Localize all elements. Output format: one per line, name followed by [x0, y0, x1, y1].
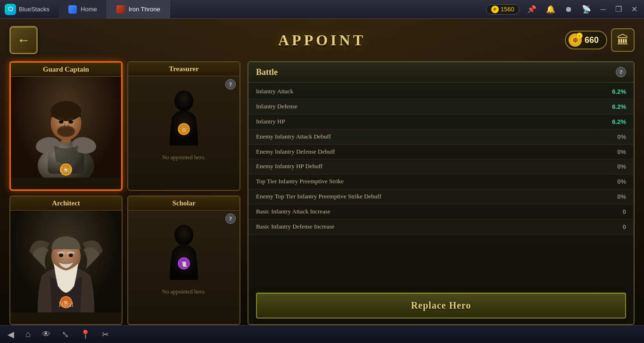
hero-grid: Guard Captain ? [9, 61, 240, 325]
back-arrow-icon: ← [17, 33, 30, 47]
page-title: APPOINT [278, 32, 366, 49]
currency-amount: 660 [585, 35, 599, 45]
points-badge: P 1560 [486, 4, 520, 15]
scholar-empty: 📜 No appointed hero. [157, 211, 210, 312]
architect-title: Architect [10, 196, 122, 211]
treasurer-empty-text: No appointed hero. [157, 149, 210, 166]
treasurer-empty: ⚖ No appointed hero. [157, 76, 210, 178]
stat-name: Top Tier Infantry Preemptive Strike [256, 178, 607, 186]
scholar-body: ? 📜 [128, 211, 239, 312]
stat-value: 0% [607, 163, 626, 170]
svg-point-24 [174, 225, 193, 245]
scholar-help[interactable]: ? [225, 213, 236, 224]
svg-text:📜: 📜 [181, 261, 187, 267]
currency-area: ⊕ 660 🏛 [565, 28, 635, 52]
haral-portrait: ⚒ [10, 211, 122, 312]
minimize-button[interactable]: ─ [599, 4, 608, 15]
main-content: Guard Captain ? [0, 61, 644, 325]
currency-badge: ⊕ 660 [565, 31, 607, 49]
taskbar-location[interactable]: 📍 [77, 327, 93, 342]
battle-title: Battle [256, 67, 278, 77]
stat-name: Basic Infantry Attack Increase [256, 208, 607, 216]
treasurer-silhouette: ⚖ [165, 89, 203, 146]
points-icon: P [491, 6, 499, 13]
haral-svg: ⚒ [10, 211, 122, 312]
table-row: Basic Infantry Defense Increase0 [248, 220, 634, 235]
close-button[interactable]: ✕ [629, 4, 639, 15]
stat-value: 0% [607, 193, 626, 200]
stat-name: Enemy Infantry Attack Debuff [256, 133, 607, 141]
carl-svg: ★ [11, 77, 121, 178]
back-button[interactable]: ← [9, 26, 38, 54]
stat-name: Enemy Top Tier Infantry Preemptive Strik… [256, 193, 607, 201]
pin-icon[interactable]: 📌 [525, 4, 538, 15]
battle-panel: Battle ? Infantry Attack6.2%Infantry Def… [248, 61, 635, 325]
table-row: Infantry HP6.2% [248, 114, 634, 130]
scholar-title: Scholar [128, 196, 239, 211]
architect-body: ? [10, 211, 122, 312]
tab-home[interactable]: Home [59, 0, 107, 19]
treasurer-body: ? [128, 76, 239, 178]
tab-iron-throne[interactable]: Iron Throne [107, 0, 170, 19]
stream-icon[interactable]: 📡 [580, 4, 593, 15]
guard-captain-body: ? [11, 77, 121, 178]
titlebar-right: P 1560 📌 🔔 ⏺ 📡 ─ ❐ ✕ [486, 4, 639, 15]
stat-name: Enemy Infantry HP Debuff [256, 163, 607, 171]
stat-name: Basic Infantry Defense Increase [256, 223, 607, 231]
titlebar-tabs: Home Iron Throne [59, 0, 170, 19]
hero-card-architect[interactable]: Architect ? [9, 196, 123, 325]
hero-card-scholar[interactable]: Scholar ? [127, 196, 240, 325]
hero-card-treasurer[interactable]: Treasurer ? [127, 61, 240, 191]
svg-point-12 [59, 127, 74, 135]
carl-portrait: ★ [11, 77, 121, 178]
record-icon[interactable]: ⏺ [563, 4, 574, 15]
haral-illustration: ⚒ [10, 211, 122, 312]
home-tab-icon [68, 5, 77, 14]
game-tab-label: Iron Throne [129, 6, 160, 13]
taskbar-back[interactable]: ◀ [5, 327, 17, 342]
battle-header: Battle ? [248, 62, 634, 82]
carl-name: Carl [11, 166, 121, 174]
game-tab-icon [116, 5, 125, 14]
svg-text:⚖: ⚖ [182, 127, 186, 132]
battle-stats: Infantry Attack6.2%Infantry Defense6.2%I… [248, 82, 634, 287]
notification-icon[interactable]: 🔔 [544, 4, 557, 15]
treasurer-help[interactable]: ? [225, 79, 236, 90]
stat-value: 6.2% [607, 88, 626, 95]
taskbar-eye[interactable]: 👁 [39, 327, 53, 341]
svg-point-21 [69, 254, 73, 257]
haral-name: Haral [10, 301, 122, 309]
hero-card-guard-captain[interactable]: Guard Captain ? [9, 61, 123, 191]
bank-icon: 🏛 [617, 33, 629, 48]
scholar-empty-text: No appointed hero. [157, 284, 210, 300]
stat-value: 0 [607, 208, 626, 215]
stat-name: Enemy Infantry Defense Debuff [256, 148, 607, 156]
taskbar-scissors[interactable]: ✂ [99, 327, 112, 342]
taskbar-home[interactable]: ⌂ [23, 327, 33, 341]
gold-icon: ⊕ [569, 33, 582, 47]
stat-name: Infantry HP [256, 118, 607, 126]
table-row: Infantry Defense6.2% [248, 99, 634, 114]
stat-value: 6.2% [607, 118, 626, 125]
stat-value: 0 [607, 223, 626, 230]
svg-point-15 [174, 90, 193, 111]
stat-value: 0% [607, 133, 626, 140]
stat-value: 0% [607, 148, 626, 155]
taskbar-resize[interactable]: ⤡ [59, 327, 72, 342]
replace-hero-button[interactable]: Replace Hero [256, 293, 626, 318]
table-row: Infantry Attack6.2% [248, 84, 634, 99]
table-row: Basic Infantry Attack Increase0 [248, 204, 634, 220]
table-row: Enemy Infantry Attack Debuff0% [248, 130, 634, 145]
svg-point-9 [60, 121, 62, 123]
titlebar: ⬡ BlueStacks Home Iron Throne P 1560 📌 🔔… [0, 0, 644, 19]
svg-point-20 [59, 254, 63, 257]
table-row: Enemy Infantry HP Debuff0% [248, 159, 634, 174]
carl-illustration: ★ [11, 77, 121, 178]
guard-captain-title: Guard Captain [11, 63, 121, 77]
bank-button[interactable]: 🏛 [611, 28, 635, 52]
stat-value: 6.2% [607, 103, 626, 110]
bluestacks-icon: ⬡ [5, 4, 16, 15]
restore-button[interactable]: ❐ [613, 4, 624, 15]
battle-help[interactable]: ? [616, 67, 626, 77]
table-row: Top Tier Infantry Preemptive Strike0% [248, 174, 634, 189]
